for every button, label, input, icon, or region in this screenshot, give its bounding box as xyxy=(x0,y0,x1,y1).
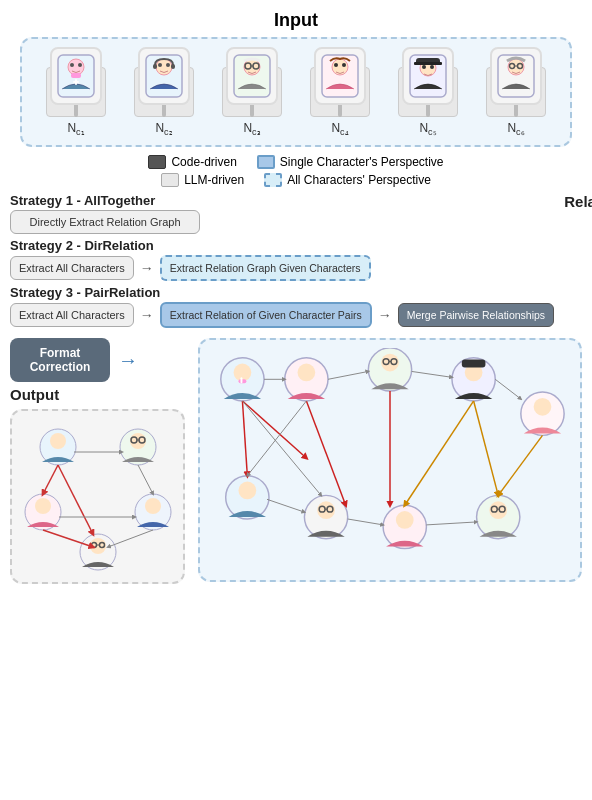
svg-rect-11 xyxy=(153,64,157,69)
legend-llm-driven-label: LLM-driven xyxy=(184,173,244,187)
svg-line-99 xyxy=(328,372,368,380)
characters-box: Nc₁ xyxy=(20,37,572,147)
strategy3-row: Extract All Characters → Extract Relatio… xyxy=(10,302,554,328)
strategy3-step3: Merge Pairwise Relationships xyxy=(398,303,554,327)
svg-point-9 xyxy=(158,63,162,67)
svg-point-76 xyxy=(534,398,552,416)
input-title: Input xyxy=(10,10,582,31)
svg-line-96 xyxy=(474,401,499,495)
char-item-3: Nc₃ xyxy=(217,47,287,137)
strategy3: Strategy 3 - PairRelation Extract All Ch… xyxy=(10,285,554,328)
svg-point-20 xyxy=(334,63,338,67)
strategy2-row: Extract All Characters → Extract Relatio… xyxy=(10,255,554,281)
char-avatar-wrap-4 xyxy=(305,47,375,117)
svg-line-92 xyxy=(306,401,345,505)
strategies-panel: Strategy 1 - AllTogether Directly Extrac… xyxy=(10,193,554,328)
svg-rect-74 xyxy=(462,360,486,368)
strategy1-step1: Directly Extract Relation Graph xyxy=(10,210,200,234)
legend-llm-driven: LLM-driven xyxy=(161,173,244,187)
strategy3-label: Strategy 3 - PairRelation xyxy=(10,285,554,300)
char-avatar-wrap-3 xyxy=(217,47,287,117)
svg-line-91 xyxy=(242,401,306,458)
svg-point-25 xyxy=(430,65,434,69)
avatar-face-2 xyxy=(138,47,190,105)
legend-all-chars-label: All Characters' Perspective xyxy=(287,173,431,187)
format-output-row: Format Correction → xyxy=(10,338,190,382)
svg-line-50 xyxy=(58,465,93,534)
format-correction-box: Format Correction xyxy=(10,338,110,382)
legend-all-chars: All Characters' Perspective xyxy=(264,173,431,187)
svg-point-66 xyxy=(298,364,316,382)
avatar-face-6 xyxy=(490,47,542,105)
strategy2-arrow1: → xyxy=(140,260,154,276)
avatar-face-1 xyxy=(50,47,102,105)
char-item-2: Nc₂ xyxy=(129,47,199,137)
bottom-section: Format Correction → Output xyxy=(10,338,582,584)
svg-point-78 xyxy=(238,482,256,500)
strategy3-step1: Extract All Characters xyxy=(10,303,134,327)
char-label-2: Nc₂ xyxy=(155,121,172,137)
char-label-6: Nc₆ xyxy=(507,121,524,137)
legend-code-driven-label: Code-driven xyxy=(171,155,236,169)
char-label-5: Nc₅ xyxy=(419,121,436,137)
avatar-face-5 xyxy=(402,47,454,105)
svg-line-100 xyxy=(412,372,452,378)
legend-all-chars-icon xyxy=(264,173,282,187)
char-item-4: Nc₄ xyxy=(305,47,375,137)
char-item-5: Nc₅ xyxy=(393,47,463,137)
svg-point-41 xyxy=(35,498,51,514)
legend-code-driven: Code-driven xyxy=(148,155,236,169)
svg-point-34 xyxy=(50,433,66,449)
relation-detection-title: Relation Detection xyxy=(560,193,592,210)
char-avatar-wrap-6 xyxy=(481,47,551,117)
svg-line-102 xyxy=(267,500,304,513)
svg-line-93 xyxy=(242,401,247,476)
strategy3-arrow1: → xyxy=(140,307,154,323)
svg-line-104 xyxy=(426,522,476,525)
legend-row-2: LLM-driven All Characters' Perspective xyxy=(10,173,582,187)
strategy1: Strategy 1 - AllTogether Directly Extrac… xyxy=(10,193,554,234)
svg-line-95 xyxy=(405,401,474,505)
svg-point-85 xyxy=(396,512,414,530)
svg-rect-64 xyxy=(240,378,242,384)
svg-point-48 xyxy=(145,498,161,514)
svg-line-103 xyxy=(348,519,383,525)
legend-code-driven-icon xyxy=(148,155,166,169)
output-right-panel xyxy=(198,338,582,582)
strategy1-label: Strategy 1 - AllTogether xyxy=(10,193,554,208)
strategy2-step1: Extract All Characters xyxy=(10,256,134,280)
output-label: Output xyxy=(10,386,190,403)
svg-line-97 xyxy=(498,436,542,496)
strategy3-step2: Extract Relation of Given Character Pair… xyxy=(160,302,372,328)
avatar-face-4 xyxy=(314,47,366,105)
relation-detection-panel: Relation Detection xyxy=(560,193,592,214)
strategy1-row: Directly Extract Relation Graph xyxy=(10,210,554,234)
legend-llm-driven-icon xyxy=(161,173,179,187)
char-label-4: Nc₄ xyxy=(331,121,348,137)
legend-row: Code-driven Single Character's Perspecti… xyxy=(10,155,582,169)
svg-point-21 xyxy=(342,63,346,67)
strategy2-step2: Extract Relation Graph Given Characters xyxy=(160,255,371,281)
legend-single-char-icon xyxy=(257,155,275,169)
strategy2: Strategy 2 - DirRelation Extract All Cha… xyxy=(10,238,554,281)
char-avatar-wrap-1 xyxy=(41,47,111,117)
svg-rect-6 xyxy=(75,79,77,85)
char-item-1: Nc₁ xyxy=(41,47,111,137)
svg-line-53 xyxy=(138,465,153,494)
legend-single-char-label: Single Character's Perspective xyxy=(280,155,444,169)
strategy2-label: Strategy 2 - DirRelation xyxy=(10,238,554,253)
svg-rect-2 xyxy=(71,73,81,78)
svg-point-36 xyxy=(130,433,146,449)
svg-rect-27 xyxy=(414,62,442,65)
char-item-6: Nc₆ xyxy=(481,47,551,137)
output-arrow: → xyxy=(118,349,138,372)
legend-single-char: Single Character's Perspective xyxy=(257,155,444,169)
char-label-1: Nc₁ xyxy=(67,121,84,137)
input-section: Input xyxy=(10,10,582,147)
svg-line-54 xyxy=(108,530,153,547)
main-container: Input xyxy=(0,0,592,800)
svg-point-4 xyxy=(78,63,82,67)
char-avatar-wrap-5 xyxy=(393,47,463,117)
svg-point-10 xyxy=(166,63,170,67)
char-label-3: Nc₃ xyxy=(243,121,260,137)
